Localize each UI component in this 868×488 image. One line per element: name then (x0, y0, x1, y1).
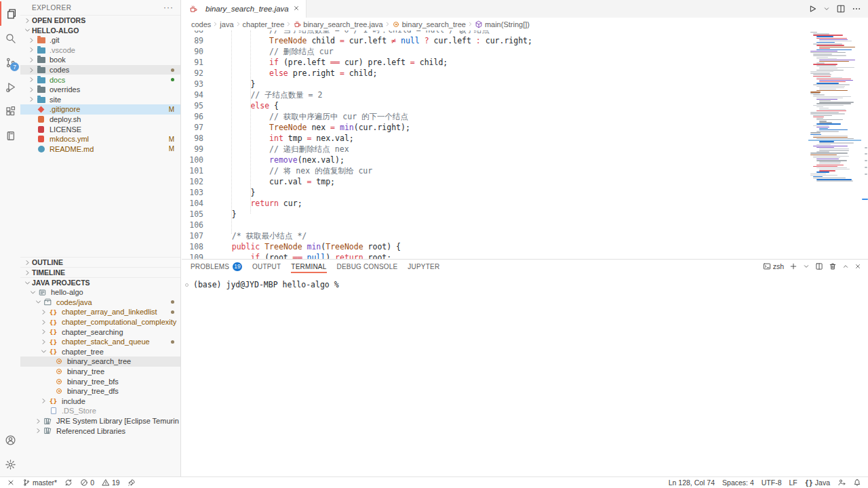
java-item-DS_Store[interactable]: .DS_Store (20, 406, 180, 416)
split-terminal-button[interactable] (815, 262, 823, 270)
java-item-chapter_tree[interactable]: {}chapter_tree (20, 347, 180, 357)
notifications[interactable] (853, 479, 861, 487)
panel-tab-jupyter[interactable]: JUPYTER (408, 260, 439, 273)
cursor-position[interactable]: Ln 128, Col 74 (669, 479, 715, 487)
tab-binary-search-tree[interactable]: binary_search_tree.java (182, 0, 307, 18)
ellipsis-icon[interactable] (852, 4, 861, 14)
status-label: Java (815, 479, 830, 487)
split-icon[interactable] (836, 4, 846, 14)
feedback[interactable] (837, 479, 846, 487)
activity-settings[interactable] (0, 452, 20, 476)
explorer-item-overrides[interactable]: overrides (20, 85, 180, 95)
language-mode[interactable]: {}Java (805, 479, 830, 487)
java-item-chapter_searching[interactable]: {}chapter_searching (20, 327, 180, 337)
activity-run-debug[interactable] (0, 75, 20, 99)
explorer-item-mkdocs.yml[interactable]: mkdocs.ymlM (20, 134, 180, 144)
warning-count[interactable]: 19 (102, 479, 120, 487)
java-item-chapter_stack_and_queue[interactable]: {}chapter_stack_and_queue (20, 337, 180, 347)
status-left: master*019 (7, 479, 136, 487)
git-branch[interactable]: master* (22, 479, 57, 487)
code-line: 98 int tmp = nex.val; (182, 133, 800, 144)
explorer-item-codes[interactable]: codes (20, 65, 180, 75)
eol[interactable]: LF (789, 479, 797, 487)
chevron-right-icon (39, 397, 48, 405)
section-open-editors[interactable]: OPEN EDITORS (20, 15, 180, 25)
explorer-item-deploy.sh[interactable]: deploy.sh (20, 115, 180, 125)
code-text: cur.val = tmp; (213, 176, 335, 187)
java-item-chapter_array_and_linkedlist[interactable]: {}chapter_array_and_linkedlist (20, 307, 180, 317)
breadcrumb-item-mainString[interactable]: main(String[]) (475, 20, 530, 28)
kill-terminal-button[interactable] (829, 262, 837, 270)
section-java-projects[interactable]: JAVA PROJECTS (20, 277, 180, 287)
java-item-codesjava[interactable]: codes/java (20, 298, 180, 308)
explorer-item-.vscode[interactable]: .vscode (20, 45, 180, 56)
maximize-panel-button[interactable] (842, 263, 849, 270)
explorer-item-docs[interactable]: docs (20, 75, 180, 85)
explorer-item-LICENSE[interactable]: LICENSE (20, 124, 180, 134)
section-root-folder[interactable]: HELLO-ALGO (20, 25, 180, 35)
explorer-item-README.md[interactable]: README.mdM (20, 144, 180, 155)
breadcrumb-item-codes[interactable]: codes (191, 20, 211, 28)
modified-dot-badge (171, 78, 174, 81)
minimap-line (819, 163, 840, 164)
play-icon[interactable] (808, 4, 817, 14)
panel-tab-output[interactable]: OUTPUT (252, 260, 281, 273)
explorer-item-.git[interactable]: .git (20, 35, 180, 45)
breadcrumb-item-binary_search_tree.java[interactable]: binary_search_tree.java (293, 20, 382, 28)
java-item-binary_tree[interactable]: binary_tree (20, 367, 180, 377)
panel-tab-terminal[interactable]: TERMINAL (291, 260, 326, 273)
launch-profile-dropdown[interactable] (803, 263, 810, 270)
breadcrumb-item-chapter_tree[interactable]: chapter_tree (243, 20, 285, 28)
minimap-line (819, 48, 830, 49)
section-outline[interactable]: OUTLINE (20, 257, 180, 267)
minimap[interactable] (808, 30, 861, 259)
java-item-JRESystemLibraryEclipseTemurin1717[interactable]: JRE System Library [Eclipse Temurin 17 [… (20, 416, 180, 426)
close-icon[interactable] (293, 5, 300, 13)
java-item-ReferencedLibraries[interactable]: Referenced Libraries (20, 426, 180, 436)
encoding[interactable]: UTF-8 (762, 479, 782, 487)
new-terminal-button[interactable] (789, 262, 797, 270)
terminal[interactable]: (base) jyd@JYD-MBP hello-algo % (185, 280, 868, 289)
panel-tab-label: JUPYTER (408, 263, 439, 270)
terminal-profile[interactable]: zsh (763, 262, 784, 270)
activity-explorer[interactable] (0, 1, 20, 26)
activity-extensions[interactable] (0, 99, 20, 123)
java-item-hello-algo[interactable]: hello-algo (20, 287, 180, 298)
minimap-line (819, 87, 844, 88)
explorer-item-site[interactable]: site (20, 95, 180, 105)
section-timeline[interactable]: TIMELINE (20, 267, 180, 277)
chevron-down-icon (28, 289, 37, 296)
activity-source-control[interactable]: 7 (0, 50, 20, 75)
error-count[interactable]: 0 (80, 479, 94, 487)
close-panel-button[interactable] (854, 263, 861, 270)
activity-account[interactable] (0, 428, 20, 452)
indentation[interactable]: Spaces: 4 (722, 479, 754, 487)
sync-changes[interactable] (64, 479, 73, 487)
activity-search[interactable] (0, 26, 20, 50)
panel-tab-debug-console[interactable]: DEBUG CONSOLE (337, 260, 398, 273)
status-right: Ln 128, Col 74Spaces: 4UTF-8LF{}Java (669, 479, 861, 487)
minimap-line (813, 166, 837, 167)
item-label: README.md (50, 145, 94, 153)
activity-notebook[interactable] (0, 123, 20, 148)
code-editor[interactable]: 88 // 当子结点数量 = 0 / 1 时，child = null / 该子… (182, 30, 868, 259)
tab-label: binary_search_tree.java (205, 5, 289, 13)
java-item-chapter_computational_complexity[interactable]: {}chapter_computational_complexity (20, 317, 180, 327)
java-item-binary_search_tree[interactable]: binary_search_tree (20, 357, 180, 367)
explorer-item-.gitignore[interactable]: .gitignoreM (20, 104, 180, 115)
braces-icon: {} (48, 319, 58, 326)
more-actions-icon[interactable]: ··· (163, 3, 174, 12)
minimap-line (810, 155, 837, 155)
java-item-binary_tree_bfs[interactable]: binary_tree_bfs (20, 376, 180, 386)
java-launch[interactable] (127, 479, 136, 487)
java-item-binary_tree_dfs[interactable]: binary_tree_dfs (20, 386, 180, 396)
minimap-line (816, 49, 852, 50)
panel-tab-problems[interactable]: PROBLEMS19 (191, 260, 242, 273)
java-item-include[interactable]: {}include (20, 396, 180, 407)
breadcrumb-item-binary_search_tree[interactable]: binary_search_tree (392, 20, 466, 28)
breadcrumb-item-java[interactable]: java (220, 20, 233, 28)
chevron-down-icon[interactable] (823, 5, 830, 12)
explorer-item-book[interactable]: book (20, 55, 180, 65)
remote-indicator[interactable] (7, 479, 15, 487)
panel-tab-label: PROBLEMS (191, 263, 229, 270)
